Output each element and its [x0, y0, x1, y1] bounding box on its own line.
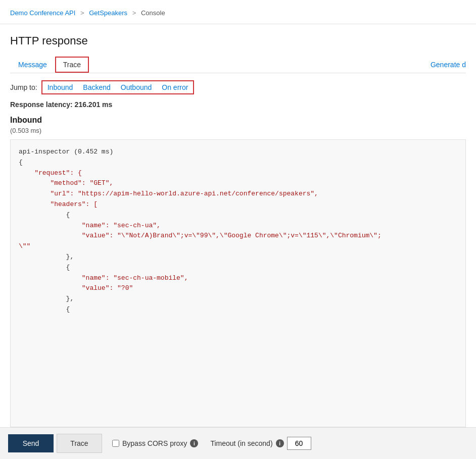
bottom-bar: Send Trace Bypass CORS proxy i Timeout (…	[0, 427, 476, 459]
code-line8b: \""	[19, 242, 30, 250]
jump-to-row: Jump to: Inbound Backend Outbound On err…	[10, 73, 466, 100]
send-button[interactable]: Send	[8, 434, 54, 452]
code-line12: "value": "?0"	[19, 284, 133, 292]
timeout-input[interactable]	[287, 437, 311, 450]
jump-links-box: Inbound Backend Outbound On error	[41, 80, 195, 94]
page-title: HTTP response	[10, 34, 466, 47]
code-line11: "name": "sec-ch-ua-mobile",	[19, 274, 188, 282]
tab-message[interactable]: Message	[10, 57, 55, 73]
code-content: api-inspector (0.452 ms) { "request": { …	[10, 139, 466, 427]
jump-backend[interactable]: Backend	[83, 83, 110, 91]
code-line10: {	[19, 264, 70, 271]
code-line14: {	[19, 305, 70, 313]
breadcrumb-part1[interactable]: Demo Conference API	[10, 9, 75, 17]
code-line7: "name": "sec-ch-ua",	[19, 222, 161, 229]
breadcrumb-sep2: >	[132, 9, 136, 17]
jump-inbound[interactable]: Inbound	[47, 83, 73, 91]
breadcrumb-sep1: >	[80, 9, 84, 17]
bypass-cors-section: Bypass CORS proxy i	[112, 439, 198, 447]
inbound-subtitle: (0.503 ms)	[10, 127, 466, 134]
code-block: api-inspector (0.452 ms) { "request": { …	[10, 139, 466, 427]
breadcrumb-part3: Console	[141, 9, 165, 17]
bypass-cors-checkbox[interactable]	[112, 440, 119, 447]
breadcrumb: Demo Conference API > GetSpeakers > Cons…	[0, 0, 476, 24]
trace-button[interactable]: Trace	[57, 434, 102, 453]
code-line3: "method": "GET",	[19, 179, 113, 187]
response-latency: Response latency: 216.201 ms	[10, 100, 466, 109]
code-line5: "headers": [	[19, 200, 98, 208]
bypass-cors-info-icon[interactable]: i	[190, 439, 198, 447]
code-line2: "request": {	[19, 169, 82, 177]
code-line9: },	[19, 253, 74, 261]
main-content: HTTP response Message Trace Generate d J…	[0, 24, 476, 427]
code-header: api-inspector (0.452 ms)	[19, 148, 113, 156]
breadcrumb-part2[interactable]: GetSpeakers	[89, 9, 127, 17]
code-line1: {	[19, 159, 23, 166]
tabs-row: Message Trace Generate d	[10, 57, 466, 73]
timeout-section: Timeout (in second) i	[210, 437, 311, 450]
inbound-title: Inbound	[10, 116, 466, 125]
code-line6: {	[19, 211, 70, 219]
jump-on-error[interactable]: On error	[162, 83, 188, 91]
jump-outbound[interactable]: Outbound	[121, 83, 152, 91]
tab-trace[interactable]: Trace	[55, 57, 89, 73]
code-line4: "url": "https://apim-hello-world.azure-a…	[19, 190, 318, 197]
jump-to-label: Jump to:	[10, 83, 37, 91]
bypass-cors-label: Bypass CORS proxy	[122, 439, 187, 447]
generate-link[interactable]: Generate d	[431, 57, 466, 73]
timeout-label: Timeout (in second)	[210, 439, 272, 447]
code-line8: "value": "\"Not/A)Brand\";v=\"99\",\"Goo…	[19, 232, 382, 239]
timeout-info-icon[interactable]: i	[276, 439, 284, 447]
code-line13: },	[19, 295, 74, 302]
